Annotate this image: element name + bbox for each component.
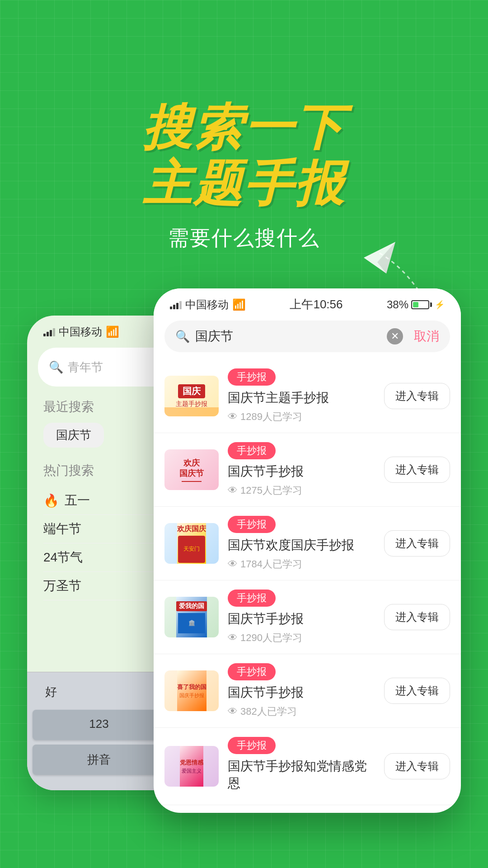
front-phone-time: 上午10:56 [290,297,343,312]
hot-item-label-wuyi: 五一 [65,492,90,509]
hot-item-label-wansheng: 万圣节 [43,577,81,594]
eye-icon-5: 👁 [228,706,238,717]
result-item-6[interactable]: 党恩情感 爱国主义 手抄报 国庆节手抄报知党情感党恩 进入专辑 [154,728,461,805]
result-tag-badge-3: 手抄报 [228,516,276,533]
result-meta-3: 👁 1784人已学习 [228,557,375,571]
front-phone-battery-pct: 38% [387,298,408,311]
front-phone-cancel-btn[interactable]: 取消 [414,328,439,345]
result-views-3: 1784人已学习 [240,557,302,571]
front-phone-search-icon: 🔍 [175,330,190,344]
result-views-4: 1290人已学习 [240,631,302,645]
eye-icon-4: 👁 [228,632,238,644]
front-phone: 中国移动 📶 上午10:56 38% ⚡ 🔍 国庆节 ✕ 取消 [154,288,461,813]
kb-num-key[interactable]: 123 [33,710,165,740]
result-info-2: 手抄报 国庆节手抄报 👁 1275人已学习 [228,442,375,497]
bg-phone-status-left: 中国移动 📶 [43,325,119,339]
app-background: 搜索一下 主题手报 需要什么搜什么 中国移动 📶 上午10:56 [0,0,488,868]
hero-subtitle: 需要什么搜什么 [168,224,320,252]
front-phone-wifi-icon: 📶 [232,298,246,311]
result-meta-2: 👁 1275人已学习 [228,484,375,497]
result-item-3[interactable]: 欢庆国庆 天安门 手抄报 国庆节欢度国庆手抄报 👁 1784人已学习 进入专辑 [154,507,461,580]
result-title-6: 国庆节手抄报知党情感党恩 [228,758,375,792]
result-meta-4: 👁 1290人已学习 [228,631,375,645]
result-thumb-6: 党恩情感 爱国主义 [164,746,219,787]
bg-phone-carrier: 中国移动 [59,325,102,339]
front-phone-status-right: 38% ⚡ [387,298,445,311]
result-item-4[interactable]: 爱我的国 🏛️ 手抄报 国庆节手抄报 👁 1290人已学习 进入专辑 [154,580,461,654]
result-item-2[interactable]: 欢庆国庆节 手抄报 国庆节手抄报 👁 1275人已学习 进入专辑 [154,433,461,507]
search-results-list: 国庆 主题手抄报 手抄报 国庆节主题手抄报 👁 1289人已学习 进入专 [154,359,461,805]
phones-container: 中国移动 📶 上午10:56 37% 🔍 青年节 取消 [27,288,461,831]
recent-tag-guoqing[interactable]: 国庆节 [43,423,104,448]
bg-phone-signal [43,327,55,336]
eye-icon-3: 👁 [228,558,238,570]
bg-phone-wifi-icon: 📶 [106,326,119,338]
result-info-1: 手抄报 国庆节主题手抄报 👁 1289人已学习 [228,368,375,424]
fire-icon: 🔥 [43,493,59,508]
result-views-2: 1275人已学习 [240,484,302,497]
front-phone-search-bar[interactable]: 🔍 国庆节 ✕ 取消 [164,321,450,352]
result-thumb-3: 欢庆国庆 天安门 [164,523,219,564]
result-tag-badge-2: 手抄报 [228,442,276,459]
result-title-4: 国庆节手抄报 [228,610,375,627]
result-thumb-2: 欢庆国庆节 [164,449,219,490]
result-title-2: 国庆节手抄报 [228,463,375,480]
result-thumb-5: 喜了我的国 国庆手抄报 [164,670,219,711]
result-meta-1: 👁 1289人已学习 [228,410,375,424]
result-thumb-1: 国庆 主题手抄报 [164,376,219,416]
eye-icon-2: 👁 [228,485,238,496]
enter-btn-4[interactable]: 进入专辑 [384,604,450,630]
kb-hao[interactable]: 好 [36,679,66,704]
enter-btn-6[interactable]: 进入专辑 [384,753,450,779]
kb-pinyin-key[interactable]: 拼音 [33,745,165,775]
result-info-4: 手抄报 国庆节手抄报 👁 1290人已学习 [228,590,375,645]
hero-line1: 搜索一下 [143,99,345,156]
bg-phone-search-icon: 🔍 [49,360,63,374]
front-phone-search-query: 国庆节 [195,328,381,345]
enter-btn-5[interactable]: 进入专辑 [384,678,450,704]
result-thumb-4: 爱我的国 🏛️ [164,597,219,637]
hero-title: 搜索一下 主题手报 [143,99,345,212]
result-item-5[interactable]: 喜了我的国 国庆手抄报 手抄报 国庆节手抄报 👁 382人已学习 进入专辑 [154,654,461,728]
result-title-1: 国庆节主题手抄报 [228,389,375,406]
front-phone-status-left: 中国移动 📶 [170,297,246,312]
result-item-1[interactable]: 国庆 主题手抄报 手抄报 国庆节主题手抄报 👁 1289人已学习 进入专 [154,359,461,433]
eye-icon-1: 👁 [228,411,238,423]
result-title-5: 国庆节手抄报 [228,684,375,701]
front-phone-bolt-icon: ⚡ [435,300,445,310]
result-tag-badge-1: 手抄报 [228,368,276,386]
front-phone-signal [170,300,182,309]
result-info-6: 手抄报 国庆节手抄报知党情感党恩 [228,737,375,796]
result-meta-5: 👁 382人已学习 [228,705,375,718]
enter-btn-3[interactable]: 进入专辑 [384,530,450,557]
front-phone-status-bar: 中国移动 📶 上午10:56 38% ⚡ [154,288,461,317]
hot-item-label-duanwu: 端午节 [43,520,81,538]
result-tag-badge-4: 手抄报 [228,590,276,607]
result-views-1: 1289人已学习 [240,410,302,424]
bg-phone-search-placeholder: 青年节 [68,359,103,375]
front-phone-clear-btn[interactable]: ✕ [387,328,403,344]
front-phone-battery-icon [411,300,432,309]
enter-btn-1[interactable]: 进入专辑 [384,383,450,409]
result-title-3: 国庆节欢度国庆手抄报 [228,537,375,554]
result-info-5: 手抄报 国庆节手抄报 👁 382人已学习 [228,663,375,718]
hero-line2: 主题手报 [143,156,345,212]
result-info-3: 手抄报 国庆节欢度国庆手抄报 👁 1784人已学习 [228,516,375,571]
result-views-5: 382人已学习 [240,705,297,718]
result-tag-badge-6: 手抄报 [228,737,276,754]
result-tag-badge-5: 手抄报 [228,663,276,680]
front-phone-carrier: 中国移动 [185,297,229,312]
hot-item-label-24jieqi: 24节气 [43,549,83,566]
enter-btn-2[interactable]: 进入专辑 [384,457,450,483]
